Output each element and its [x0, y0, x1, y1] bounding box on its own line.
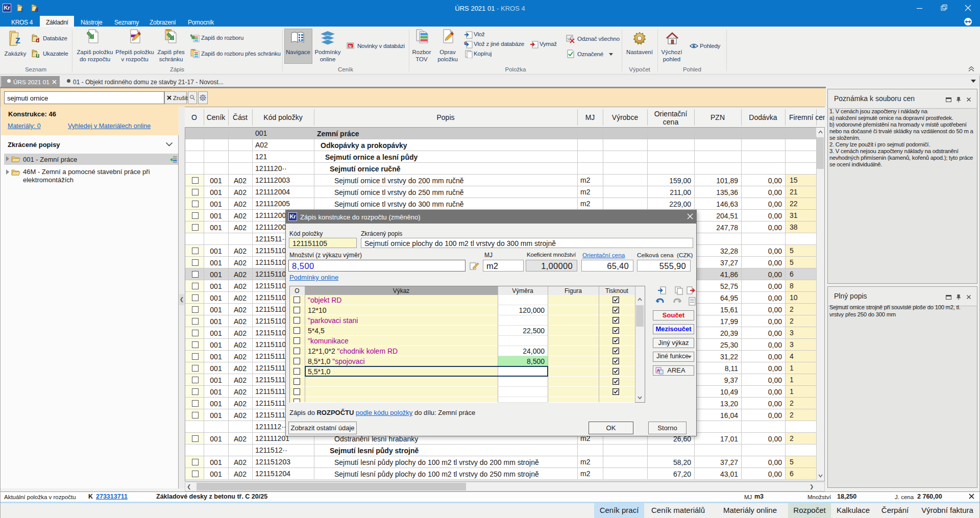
svg-text:d: d [464, 40, 467, 45]
svg-text:d: d [36, 37, 39, 43]
svg-text:u: u [36, 52, 39, 59]
svg-text:z: z [15, 34, 20, 45]
svg-text:N: N [349, 44, 352, 48]
